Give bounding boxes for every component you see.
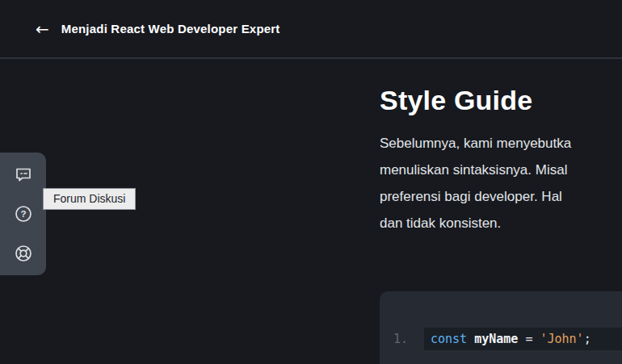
code-line: 1. const myName = 'John'; (380, 328, 622, 350)
lifebuoy-icon (14, 244, 33, 263)
paragraph-line: dan tidak konsisten. (380, 210, 622, 236)
code-block: 1. const myName = 'John'; (380, 291, 622, 364)
back-arrow-icon[interactable]: ← (36, 21, 49, 37)
course-title: Menjadi React Web Developer Expert (61, 22, 280, 36)
code-line-content: const myName = 'John'; (424, 328, 622, 350)
help-button[interactable]: ? (12, 203, 35, 225)
code-token-identifier: myName (474, 332, 518, 346)
code-token-keyword: const (431, 332, 467, 346)
forum-discussion-button[interactable] (12, 163, 35, 186)
page-title: Style Guide (380, 81, 622, 119)
paragraph-line: menuliskan sintaksisnya. Misal (380, 157, 622, 183)
lesson-content: Style Guide Sebelumnya, kami menyebutka … (380, 81, 622, 236)
forum-discussion-tooltip: Forum Diskusi (43, 188, 136, 210)
code-line-number: 1. (380, 328, 424, 350)
lesson-paragraph: Sebelumnya, kami menyebutka menuliskan s… (380, 130, 622, 236)
svg-text:?: ? (20, 209, 26, 219)
paragraph-line: preferensi bagi developer. Hal (380, 183, 622, 210)
course-header: ← Menjadi React Web Developer Expert (0, 0, 622, 59)
floating-side-toolbar: ? (0, 153, 46, 275)
code-token-operator: = (518, 332, 540, 346)
paragraph-line: Sebelumnya, kami menyebutka (380, 130, 622, 157)
code-token-string: 'John' (540, 332, 583, 346)
question-circle-icon: ? (14, 204, 33, 224)
code-token-space (467, 332, 474, 346)
chat-bubble-icon (14, 165, 33, 184)
support-button[interactable] (12, 242, 35, 265)
code-token-semicolon: ; (584, 332, 591, 346)
